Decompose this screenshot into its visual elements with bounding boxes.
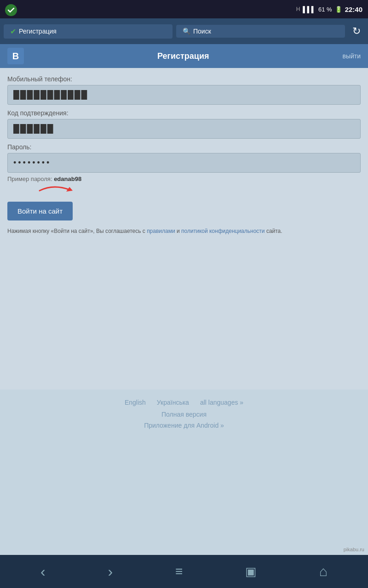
vk-page-title: Регистрация	[24, 51, 342, 61]
phone-field-container	[7, 85, 361, 105]
rules-link[interactable]: правилами	[147, 228, 175, 234]
password-label: Пароль:	[7, 143, 361, 151]
svg-point-0	[5, 4, 17, 16]
footer: English Українська all languages » Полна…	[0, 390, 368, 434]
search-icon: 🔍	[183, 28, 190, 35]
tab-label: Регистрация	[19, 28, 57, 35]
code-input[interactable]	[7, 119, 361, 139]
phone-input[interactable]	[7, 85, 361, 105]
logout-link[interactable]: выйти	[342, 52, 361, 60]
phone-label: Мобильный телефон:	[7, 75, 361, 83]
signal-icon: ▌▌▌	[303, 6, 316, 13]
battery-icon: 🔋	[335, 6, 342, 13]
browser-toolbar: ✔ Регистрация 🔍 Поиск ↻	[0, 18, 368, 44]
submit-button[interactable]: Войти на сайт	[7, 202, 73, 220]
refresh-button[interactable]: ↻	[349, 23, 364, 39]
registration-form: Мобильный телефон: Код подтверждения: Па…	[0, 68, 368, 390]
code-label: Код подтверждения:	[7, 109, 361, 117]
forward-button[interactable]: ›	[98, 560, 122, 584]
terms-text: Нажимая кнопку «Войти на сайт», Вы согла…	[7, 227, 361, 236]
tab-check-icon: ✔	[10, 27, 16, 36]
password-example: Пример пароля: edanab98	[7, 175, 361, 182]
status-icons: H ▌▌▌ 61 % 🔋	[296, 6, 342, 13]
tabs-button[interactable]: ▣	[236, 561, 266, 582]
footer-link-english[interactable]: English	[125, 399, 146, 406]
password-input[interactable]	[7, 153, 361, 173]
privacy-link[interactable]: политикой конфиденциальности	[181, 228, 264, 234]
back-button[interactable]: ‹	[31, 560, 55, 584]
red-arrow-annotation	[35, 181, 81, 195]
tab-button[interactable]: ✔ Регистрация	[4, 24, 172, 39]
search-bar[interactable]: 🔍 Поиск	[176, 25, 345, 38]
status-bar: H ▌▌▌ 61 % 🔋 22:40	[0, 0, 368, 18]
watermark: pikabu.ru	[344, 547, 364, 552]
footer-android-app[interactable]: Приложение для Android »	[7, 422, 361, 429]
footer-full-version[interactable]: Полная версия	[7, 411, 361, 418]
h-icon: H	[296, 6, 300, 12]
vk-header: В Регистрация выйти	[0, 44, 368, 68]
vk-logo: В	[7, 48, 24, 64]
search-text: Поиск	[193, 28, 211, 35]
bottom-nav: ‹ › ≡ ▣ ⌂	[0, 555, 368, 588]
home-button[interactable]: ⌂	[310, 560, 337, 583]
status-time: 22:40	[345, 6, 362, 13]
menu-button[interactable]: ≡	[166, 560, 192, 582]
footer-link-ukrainian[interactable]: Українська	[157, 399, 189, 406]
code-field-container	[7, 119, 361, 139]
battery-level: 61 %	[318, 6, 332, 13]
footer-link-all-languages[interactable]: all languages »	[200, 399, 243, 406]
password-example-value: edanab98	[54, 175, 81, 182]
password-field-container	[7, 153, 361, 173]
footer-language-links: English Українська all languages »	[7, 399, 361, 406]
